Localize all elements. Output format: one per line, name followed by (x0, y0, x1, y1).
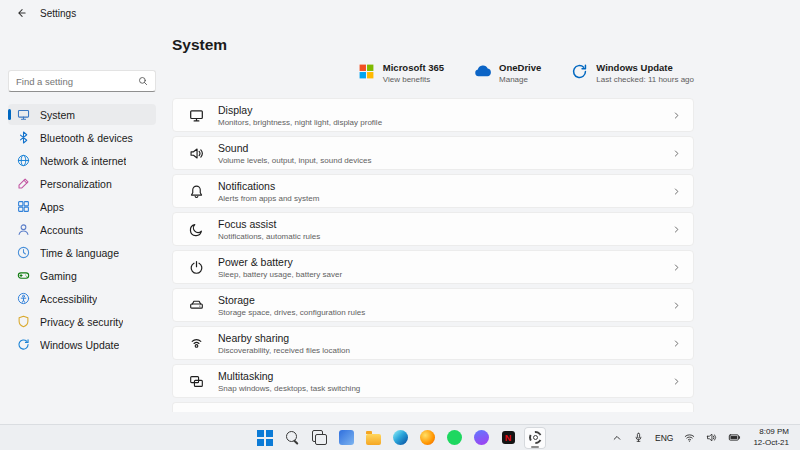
system-icon (17, 108, 30, 121)
sidebar-item-personalization[interactable]: Personalization (8, 173, 156, 194)
promo-row: Microsoft 365 View benefits OneDrive Man… (172, 62, 694, 84)
settings-card-storage[interactable]: Storage Storage space, drives, configura… (172, 288, 694, 322)
tray-time: 8:09 PM (759, 427, 789, 437)
promo-text: OneDrive Manage (499, 62, 541, 84)
sidebar-item-label: Apps (40, 201, 64, 213)
promo-microsoft-365[interactable]: Microsoft 365 View benefits (358, 62, 444, 84)
settings-window: System Bluetooth & devices Network & int… (0, 26, 800, 424)
settings-card-text: Display Monitors, brightness, night ligh… (218, 104, 658, 127)
widgets-icon (339, 430, 354, 445)
storage-icon (189, 298, 204, 313)
sidebar-item-accessibility[interactable]: Accessibility (8, 288, 156, 309)
back-button[interactable] (10, 3, 32, 23)
update-icon (17, 338, 30, 351)
promo-text: Windows Update Last checked: 11 hours ag… (596, 62, 694, 84)
promo-text: Microsoft 365 View benefits (383, 62, 444, 84)
back-arrow-icon (15, 7, 27, 19)
accessibility-icon (17, 292, 30, 305)
start-icon (257, 430, 264, 437)
privacy-icon (17, 315, 30, 328)
file-explorer-icon (366, 434, 381, 445)
taskbar-app-firefox[interactable] (416, 427, 438, 449)
taskbar-app-netflix[interactable] (497, 427, 519, 449)
search-input[interactable] (16, 76, 138, 87)
taskbar-app-task-view[interactable] (308, 427, 330, 449)
settings-card-subtitle: Notifications, automatic rules (218, 232, 658, 241)
search-icon (138, 76, 148, 86)
sidebar: System Bluetooth & devices Network & int… (0, 26, 162, 424)
settings-card-text: Multitasking Snap windows, desktops, tas… (218, 370, 658, 393)
microsoft-365-icon (358, 63, 375, 80)
taskbar: ENG 8:09 PM 12-Oct-21 (0, 424, 800, 450)
promo-update[interactable]: Windows Update Last checked: 11 hours ag… (571, 62, 694, 84)
tray-battery-button[interactable] (726, 428, 743, 448)
titlebar: Settings (0, 0, 800, 26)
mic-icon (633, 432, 644, 443)
settings-card-title: Storage (218, 294, 658, 306)
taskbar-app-spotify[interactable] (443, 427, 465, 449)
tray-mic-button[interactable] (631, 428, 646, 448)
promo-subtitle: Last checked: 11 hours ago (596, 75, 694, 84)
settings-card-power[interactable]: Power & battery Sleep, battery usage, ba… (172, 250, 694, 284)
settings-card-sound[interactable]: Sound Volume levels, output, input, soun… (172, 136, 694, 170)
edge-icon (393, 430, 408, 445)
taskbar-app-edge[interactable] (389, 427, 411, 449)
taskbar-app-widgets[interactable] (335, 427, 357, 449)
onedrive-icon (474, 63, 491, 80)
chevron-right-icon (672, 225, 681, 234)
taskbar-app-file-explorer[interactable] (362, 427, 384, 449)
promo-title: OneDrive (499, 62, 541, 73)
sidebar-item-label: Personalization (40, 178, 112, 190)
tray-volume-button[interactable] (704, 428, 719, 448)
tray-chevron-button[interactable] (610, 428, 624, 448)
sidebar-item-gaming[interactable]: Gaming (8, 265, 156, 286)
personalization-icon (17, 177, 30, 190)
settings-card-multitask[interactable]: Multitasking Snap windows, desktops, tas… (172, 364, 694, 398)
settings-card-text: Notifications Alerts from apps and syste… (218, 180, 658, 203)
sidebar-item-update[interactable]: Windows Update (8, 334, 156, 355)
taskbar-app-messenger[interactable] (470, 427, 492, 449)
settings-card-text: Sound Volume levels, output, input, soun… (218, 142, 658, 165)
sidebar-item-system[interactable]: System (8, 104, 156, 125)
settings-card-partial (172, 402, 694, 412)
firefox-icon (420, 430, 435, 445)
volume-icon (706, 432, 717, 443)
update-icon (571, 63, 588, 80)
settings-card-title: Multitasking (218, 370, 658, 382)
sidebar-item-bluetooth[interactable]: Bluetooth & devices (8, 127, 156, 148)
settings-card-title: Sound (218, 142, 658, 154)
sidebar-item-time[interactable]: Time & language (8, 242, 156, 263)
sidebar-item-accounts[interactable]: Accounts (8, 219, 156, 240)
promo-subtitle: View benefits (383, 75, 444, 84)
settings-card-display[interactable]: Display Monitors, brightness, night ligh… (172, 98, 694, 132)
chevron-up-icon (612, 433, 622, 443)
settings-card-focus[interactable]: Focus assist Notifications, automatic ru… (172, 212, 694, 246)
time-icon (17, 246, 30, 259)
sidebar-item-label: Privacy & security (40, 316, 123, 328)
sidebar-item-apps[interactable]: Apps (8, 196, 156, 217)
sidebar-item-label: Network & internet (40, 155, 126, 167)
settings-card-subtitle: Alerts from apps and system (218, 194, 658, 203)
apps-icon (17, 200, 30, 213)
settings-card-subtitle: Volume levels, output, input, sound devi… (218, 156, 658, 165)
taskbar-app-search[interactable] (281, 427, 303, 449)
settings-card-title: Focus assist (218, 218, 658, 230)
settings-card-text: Focus assist Notifications, automatic ru… (218, 218, 658, 241)
nearby-icon (189, 336, 204, 351)
settings-card-subtitle: Monitors, brightness, night light, displ… (218, 118, 658, 127)
taskbar-app-start[interactable] (254, 427, 276, 449)
settings-card-notifications[interactable]: Notifications Alerts from apps and syste… (172, 174, 694, 208)
taskbar-app-settings[interactable] (524, 427, 546, 449)
sidebar-item-network[interactable]: Network & internet (8, 150, 156, 171)
settings-card-title: Power & battery (218, 256, 658, 268)
sidebar-item-privacy[interactable]: Privacy & security (8, 311, 156, 332)
taskbar-clock[interactable]: 8:09 PM 12-Oct-21 (750, 427, 792, 449)
settings-card-subtitle: Storage space, drives, configuration rul… (218, 308, 658, 317)
sidebar-nav: System Bluetooth & devices Network & int… (8, 104, 156, 355)
promo-onedrive[interactable]: OneDrive Manage (474, 62, 541, 84)
tray-language-button[interactable]: ENG (653, 428, 675, 448)
promo-title: Microsoft 365 (383, 62, 444, 73)
tray-network-button[interactable] (682, 428, 697, 448)
window-title: Settings (40, 8, 76, 19)
settings-card-nearby[interactable]: Nearby sharing Discoverability, received… (172, 326, 694, 360)
